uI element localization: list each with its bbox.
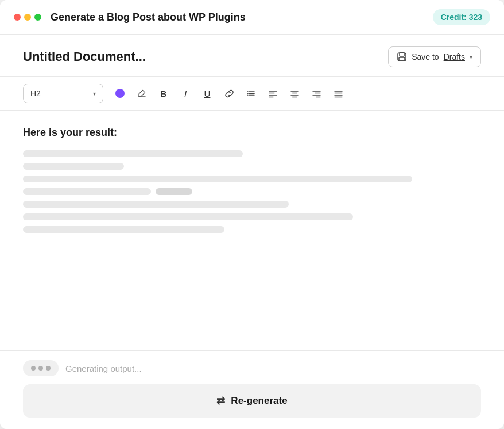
italic-button[interactable]: I	[176, 84, 195, 103]
dot-2	[38, 366, 43, 370]
svg-rect-2	[399, 57, 405, 60]
svg-point-6	[247, 91, 248, 92]
list-icon	[246, 89, 256, 99]
result-heading: Here is your result:	[23, 127, 481, 139]
svg-point-7	[247, 93, 248, 94]
regenerate-button[interactable]: ⇄ Re-generate	[23, 384, 481, 418]
align-left-icon	[268, 89, 278, 99]
align-right-icon	[312, 89, 321, 99]
skeleton-line	[23, 201, 289, 208]
skeleton-line	[23, 176, 412, 182]
bold-button[interactable]: B	[154, 84, 173, 103]
document-area: Untitled Document... Save to Drafts ▾ H2…	[0, 35, 504, 429]
drafts-label: Drafts	[444, 52, 465, 61]
align-center-button[interactable]	[285, 84, 304, 103]
svg-point-8	[247, 95, 248, 96]
align-center-icon	[290, 89, 300, 99]
heading-level-value: H2	[30, 89, 41, 98]
skeleton-line	[23, 226, 224, 233]
underline-icon: U	[204, 89, 211, 99]
highlighter-icon	[137, 89, 146, 98]
dot-3	[46, 366, 51, 370]
skeleton-line	[23, 188, 151, 195]
link-button[interactable]	[219, 84, 239, 103]
skeleton-content	[23, 150, 481, 233]
save-to-label: Save to	[412, 52, 439, 61]
highlighter-button[interactable]	[132, 84, 152, 103]
regenerate-icon: ⇄	[216, 395, 225, 407]
minimize-button[interactable]	[24, 14, 31, 21]
title-bar: Generate a Blog Post about WP Plugins Cr…	[0, 0, 504, 35]
maximize-button[interactable]	[34, 14, 41, 21]
skeleton-line	[23, 213, 353, 220]
app-window: Generate a Blog Post about WP Plugins Cr…	[0, 0, 504, 429]
list-button[interactable]	[241, 84, 261, 103]
document-header: Untitled Document... Save to Drafts ▾	[0, 35, 504, 77]
justify-icon	[334, 89, 343, 99]
skeleton-row	[23, 188, 481, 195]
italic-icon: I	[184, 89, 187, 99]
skeleton-line	[23, 150, 243, 157]
save-to-drafts-button[interactable]: Save to Drafts ▾	[388, 46, 481, 67]
skeleton-line	[23, 163, 124, 170]
underline-button[interactable]: U	[197, 84, 217, 103]
color-picker-button[interactable]	[110, 84, 130, 103]
svg-rect-1	[400, 53, 404, 56]
save-icon	[397, 52, 407, 62]
color-dot	[115, 89, 125, 98]
generating-status: Generating output...	[23, 360, 481, 376]
close-button[interactable]	[14, 14, 21, 21]
justify-button[interactable]	[328, 84, 348, 103]
heading-level-select[interactable]: H2 ▾	[23, 84, 103, 103]
link-icon	[224, 89, 234, 99]
skeleton-line	[156, 188, 192, 195]
select-chevron-icon: ▾	[93, 91, 96, 97]
page-title: Generate a Blog Post about WP Plugins	[51, 11, 433, 24]
regenerate-label: Re-generate	[231, 395, 287, 407]
loading-dots	[23, 360, 59, 376]
align-right-button[interactable]	[307, 84, 326, 103]
formatting-toolbar: H2 ▾ B I U	[0, 77, 504, 111]
editor-content[interactable]: Here is your result:	[0, 111, 504, 350]
bold-icon: B	[161, 89, 167, 99]
credit-badge: Credit: 323	[433, 9, 490, 25]
align-left-button[interactable]	[263, 84, 282, 103]
bottom-bar: Generating output... ⇄ Re-generate	[0, 350, 504, 429]
traffic-lights	[14, 14, 41, 21]
generating-text: Generating output...	[65, 364, 142, 373]
chevron-down-icon: ▾	[470, 54, 472, 60]
dot-1	[31, 366, 36, 370]
document-title: Untitled Document...	[23, 49, 146, 64]
